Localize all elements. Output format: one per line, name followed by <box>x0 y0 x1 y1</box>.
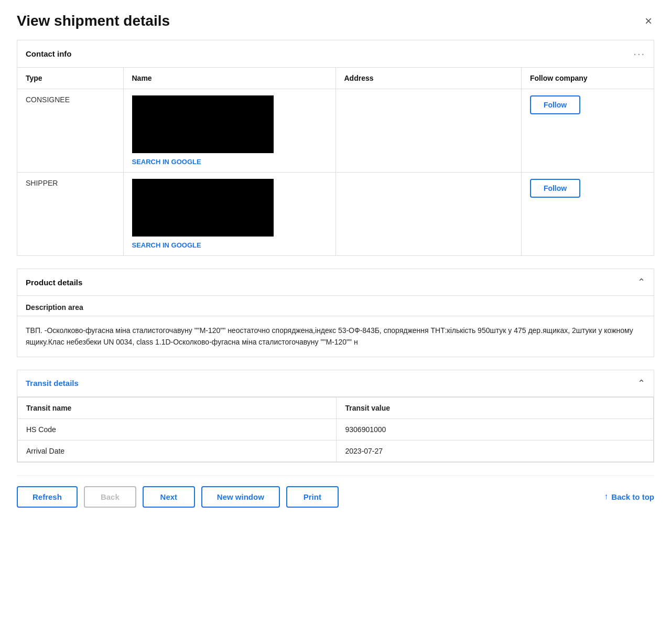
transit-value-arrivaldate: 2023-07-27 <box>337 440 654 461</box>
col-header-name: Name <box>123 68 336 89</box>
back-button: Back <box>84 486 136 508</box>
col-header-transit-value: Transit value <box>337 397 654 418</box>
transit-details-header: Transit details ⌃ <box>17 370 654 397</box>
next-button[interactable]: Next <box>143 486 195 508</box>
transit-value-hscode: 9306901000 <box>337 418 654 440</box>
back-to-top-arrow: ↑ <box>604 492 608 501</box>
row-type-shipper: SHIPPER <box>17 173 124 256</box>
transit-details-chevron[interactable]: ⌃ <box>637 378 645 389</box>
contact-table-header-row: Type Name Address Follow company <box>17 68 654 89</box>
table-row: Arrival Date 2023-07-27 <box>18 440 654 461</box>
transit-table-header-row: Transit name Transit value <box>18 397 654 418</box>
row-address-consignee <box>336 89 521 173</box>
redacted-name-consignee <box>132 95 274 153</box>
col-header-address: Address <box>336 68 521 89</box>
row-name-shipper: SEARCH IN GOOGLE <box>123 173 336 256</box>
table-row: SHIPPER SEARCH IN GOOGLE Follow <box>17 173 654 256</box>
row-name-consignee: SEARCH IN GOOGLE <box>123 89 336 173</box>
contact-info-title: Contact info <box>26 49 72 58</box>
follow-button-shipper[interactable]: Follow <box>530 179 580 198</box>
row-follow-shipper: Follow <box>521 173 654 256</box>
table-row: HS Code 9306901000 <box>18 418 654 440</box>
product-details-section: Product details ⌃ Description area ТВП. … <box>17 269 654 357</box>
refresh-button[interactable]: Refresh <box>17 486 78 508</box>
row-follow-consignee: Follow <box>521 89 654 173</box>
contact-info-header: Contact info ··· <box>17 40 654 67</box>
transit-details-title: Transit details <box>26 379 79 388</box>
modal-container: View shipment details × Contact info ···… <box>0 0 671 644</box>
back-to-top-label: Back to top <box>611 492 654 501</box>
print-button[interactable]: Print <box>286 486 339 508</box>
follow-button-consignee[interactable]: Follow <box>530 95 580 114</box>
description-area-title: Description area <box>17 296 654 316</box>
footer: Refresh Back Next New window Print ↑ Bac… <box>17 475 654 520</box>
new-window-button[interactable]: New window <box>201 486 280 508</box>
modal-header: View shipment details × <box>17 13 654 29</box>
section-dots[interactable]: ··· <box>633 48 645 60</box>
col-header-type: Type <box>17 68 124 89</box>
search-google-consignee[interactable]: SEARCH IN GOOGLE <box>132 158 201 166</box>
transit-details-section: Transit details ⌃ Transit name Transit v… <box>17 370 654 463</box>
row-address-shipper <box>336 173 521 256</box>
product-details-header: Product details ⌃ <box>17 269 654 296</box>
redacted-name-shipper <box>132 179 274 237</box>
transit-name-hscode: HS Code <box>18 418 337 440</box>
col-header-follow: Follow company <box>521 68 654 89</box>
footer-buttons-left: Refresh Back Next New window Print <box>17 486 339 508</box>
product-details-title: Product details <box>26 278 82 287</box>
col-header-transit-name: Transit name <box>18 397 337 418</box>
back-to-top-button[interactable]: ↑ Back to top <box>604 492 654 501</box>
search-google-shipper[interactable]: SEARCH IN GOOGLE <box>132 241 201 249</box>
contact-table: Type Name Address Follow company CONSIGN… <box>17 67 654 256</box>
transit-name-arrivaldate: Arrival Date <box>18 440 337 461</box>
description-text: ТВП. -Осколково-фугасна міна сталистогоч… <box>17 316 654 357</box>
product-details-chevron[interactable]: ⌃ <box>637 276 645 288</box>
row-type-consignee: CONSIGNEE <box>17 89 124 173</box>
modal-title: View shipment details <box>17 13 170 29</box>
transit-table: Transit name Transit value HS Code 93069… <box>17 397 654 462</box>
close-button[interactable]: × <box>643 13 654 29</box>
contact-info-section: Contact info ··· Type Name Address Follo… <box>17 40 654 256</box>
table-row: CONSIGNEE SEARCH IN GOOGLE Follow <box>17 89 654 173</box>
